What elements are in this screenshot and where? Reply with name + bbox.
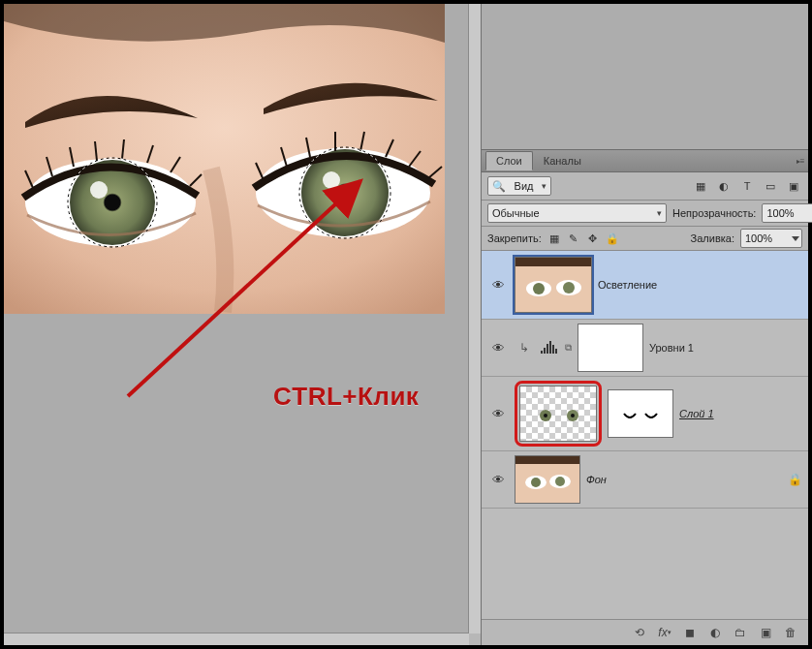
blend-mode-dropdown[interactable]: Обычные ▾	[487, 203, 667, 223]
svg-point-41	[544, 414, 547, 417]
layer-row-urovni[interactable]: 👁 ↳ ⧉ Уровни 1	[482, 320, 808, 377]
filter-kind-label: Вид	[515, 180, 534, 192]
lock-transparency-icon[interactable]: ▦	[547, 232, 561, 245]
visibility-toggle[interactable]: 👁	[487, 407, 509, 421]
canvas-horizontal-scrollbar[interactable]	[4, 633, 469, 645]
lock-row: Закрепить: ▦ ✎ ✥ 🔒 Заливка: 100%	[482, 227, 808, 251]
new-adjustment-button[interactable]: ◐	[707, 625, 723, 640]
layer-name[interactable]: Фон	[586, 474, 607, 485]
filter-pixel-icon[interactable]: ▦	[692, 177, 709, 195]
search-icon: 🔍	[492, 180, 506, 193]
svg-rect-29	[515, 258, 591, 266]
layer-name[interactable]: Слой 1	[679, 408, 714, 419]
svg-rect-39	[555, 349, 557, 354]
filter-type-icon[interactable]: T	[738, 177, 756, 195]
visibility-toggle[interactable]: 👁	[487, 341, 509, 355]
clipping-indicator-icon: ↳	[515, 341, 534, 355]
layer-name[interactable]: Осветление	[598, 279, 657, 291]
tab-channels[interactable]: Каналы	[533, 151, 592, 170]
levels-adjustment-icon	[540, 339, 559, 357]
layer-thumbnail[interactable]	[515, 257, 592, 313]
svg-rect-44	[612, 396, 669, 431]
svg-point-6	[323, 171, 340, 189]
layer-thumbnail[interactable]	[515, 455, 580, 504]
canvas-area: CTRL+Клик	[4, 4, 481, 645]
opacity-value: 100%	[766, 207, 794, 219]
panel-menu-button[interactable]: ▸≡	[793, 157, 808, 166]
layer-filter-icons: ▦ ◐ T ▭ ▣	[692, 177, 802, 195]
layer-thumbnail[interactable]	[519, 386, 597, 442]
fill-value: 100%	[745, 232, 772, 244]
fill-dropdown[interactable]: 100%	[740, 229, 802, 248]
tab-layers[interactable]: Слои	[485, 151, 533, 170]
app-root: CTRL+Клик Слои Каналы ▸≡ 🔍 Вид ▾	[0, 0, 812, 649]
chevron-down-icon	[792, 236, 799, 241]
link-layers-button[interactable]: ⟲	[632, 625, 647, 640]
lock-icons: ▦ ✎ ✥ 🔒	[547, 232, 619, 245]
layer-filter-row: 🔍 Вид ▾ ▦ ◐ T ▭ ▣	[482, 172, 808, 201]
lock-label: Закрепить:	[487, 232, 542, 244]
blend-mode-value: Обычные	[492, 207, 540, 219]
layer-row-sloy1[interactable]: 👁	[482, 377, 808, 451]
layers-panel-bottom-toolbar: ⟲ fx▾ ◼ ◐ 🗀 ▣ 🗑	[482, 619, 808, 645]
layer-row-fon[interactable]: 👁 Фон 🔒	[482, 451, 808, 509]
document-svg	[4, 4, 445, 314]
layer-mask-thumbnail[interactable]	[578, 324, 643, 372]
svg-rect-36	[547, 344, 548, 354]
svg-point-50	[555, 477, 565, 486]
svg-rect-34	[541, 351, 543, 354]
canvas-viewport[interactable]: CTRL+Клик	[4, 4, 469, 634]
new-layer-button[interactable]: ▣	[758, 625, 773, 640]
chevron-down-icon: ▾	[542, 181, 547, 191]
layers-list: 👁 Осветление 👁 ↳	[482, 251, 808, 619]
layer-mask-thumbnail[interactable]	[608, 389, 673, 438]
filter-shape-icon[interactable]: ▭	[762, 177, 779, 195]
svg-point-48	[531, 478, 541, 487]
svg-point-33	[563, 282, 575, 294]
fill-label: Заливка:	[691, 232, 734, 244]
svg-point-5	[90, 181, 108, 199]
filter-adjustment-icon[interactable]: ◐	[715, 177, 733, 195]
document-image[interactable]	[4, 4, 445, 314]
blend-mode-row: Обычные ▾ Непрозрачность: 100%	[482, 201, 808, 227]
new-group-button[interactable]: 🗀	[733, 625, 748, 640]
lock-paint-icon[interactable]: ✎	[567, 232, 580, 245]
visibility-toggle[interactable]: 👁	[487, 473, 509, 487]
layer-name[interactable]: Уровни 1	[649, 342, 694, 354]
chevron-down-icon: ▾	[657, 208, 662, 218]
lock-icon: 🔒	[788, 473, 802, 486]
annotation-text: CTRL+Клик	[273, 382, 419, 412]
svg-point-31	[533, 283, 545, 294]
workspace: CTRL+Клик Слои Каналы ▸≡ 🔍 Вид ▾	[4, 4, 808, 645]
layer-row-osvetlenie[interactable]: 👁 Осветление	[482, 251, 808, 320]
svg-rect-38	[552, 345, 554, 354]
svg-rect-35	[544, 348, 546, 354]
svg-rect-37	[549, 341, 551, 354]
panels-column: Слои Каналы ▸≡ 🔍 Вид ▾ ▦ ◐ T ▭ ▣	[481, 4, 808, 645]
visibility-toggle[interactable]: 👁	[487, 278, 509, 293]
callout-highlight	[515, 381, 602, 447]
link-icon: ⧉	[565, 342, 572, 354]
svg-point-43	[571, 414, 575, 417]
opacity-label: Непрозрачность:	[672, 207, 756, 219]
delete-layer-button[interactable]: 🗑	[783, 625, 798, 640]
add-mask-button[interactable]: ◼	[682, 625, 698, 640]
canvas-vertical-scrollbar[interactable]	[468, 4, 481, 634]
lock-all-icon[interactable]: 🔒	[606, 232, 619, 245]
opacity-dropdown[interactable]: 100%	[762, 203, 812, 223]
layers-panel-tabs: Слои Каналы ▸≡	[482, 149, 808, 172]
filter-smart-icon[interactable]: ▣	[785, 177, 802, 195]
layer-effects-button[interactable]: fx▾	[657, 625, 672, 640]
svg-rect-46	[515, 456, 579, 464]
panels-spacer	[482, 4, 808, 149]
layer-filter-kind-dropdown[interactable]: 🔍 Вид ▾	[487, 176, 551, 196]
canvas-scroll-corner	[469, 634, 481, 645]
lock-position-icon[interactable]: ✥	[586, 232, 600, 245]
